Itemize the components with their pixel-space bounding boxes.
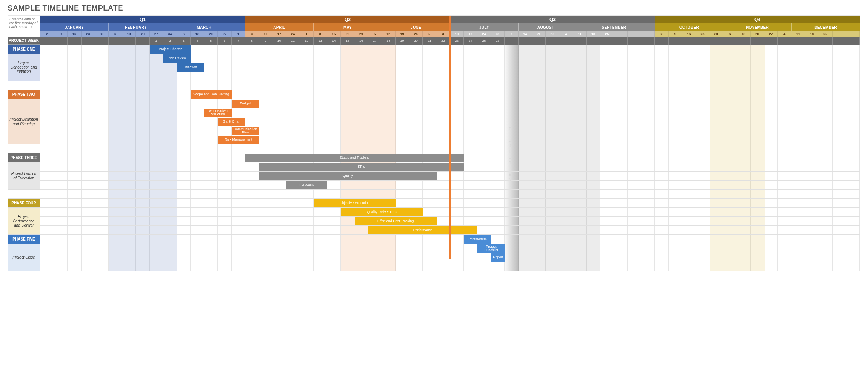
project-week-cell: [505, 37, 518, 45]
gantt-bar[interactable]: Budget: [232, 100, 259, 108]
project-week-cell: [40, 37, 54, 45]
week-cell: 14: [519, 31, 532, 37]
week-cell: 34: [163, 31, 177, 37]
gantt-bar[interactable]: Scope and Goal Setting: [191, 90, 232, 99]
week-cell: 10: [259, 31, 272, 37]
project-week-cell: [628, 37, 641, 45]
week-cell: 29: [354, 31, 368, 37]
project-week-cell: [532, 37, 546, 45]
week-cell: 10: [450, 31, 464, 37]
project-week-cell: [109, 37, 122, 45]
gantt-bar[interactable]: Quality Deliverables: [341, 208, 423, 216]
gantt-bar[interactable]: Communication Plan: [232, 127, 259, 135]
week-cell: 11: [791, 31, 805, 37]
project-week-cell: 1: [150, 37, 163, 45]
week-cell: 20: [204, 31, 218, 37]
project-week-cell: 5: [204, 37, 218, 45]
gantt-bar[interactable]: Risk Management: [218, 136, 259, 144]
gantt-bar[interactable]: Project Punchlist: [477, 244, 505, 253]
project-week-cell: [546, 37, 559, 45]
month-cell: OCTOBER: [655, 23, 723, 31]
project-week-cell: [764, 37, 778, 45]
week-cell: [641, 31, 655, 37]
week-cell: 9: [54, 31, 68, 37]
project-week-cell: [791, 37, 805, 45]
phase-header: PHASE THREE: [8, 153, 40, 162]
phase-header: PHASE FOUR: [8, 199, 40, 208]
gantt-bar[interactable]: Work Bkdwn Structure: [204, 109, 231, 117]
gantt-bar[interactable]: Quality: [259, 172, 437, 180]
phase-body: Project Close: [8, 244, 40, 271]
gantt-bar[interactable]: Project Charter: [150, 45, 191, 54]
week-cell: 25: [600, 31, 614, 37]
week-cell: 18: [587, 31, 600, 37]
project-week-cell: 26: [491, 37, 505, 45]
spacer: [8, 81, 40, 90]
gantt-bar[interactable]: Performance: [368, 226, 478, 234]
sidebar: Enter the date of the first Monday of ea…: [8, 16, 40, 271]
week-cell: 27: [218, 31, 231, 37]
week-cell: 27: [764, 31, 778, 37]
week-cell: 24: [477, 31, 491, 37]
project-week-cell: 22: [436, 37, 450, 45]
gantt-bar[interactable]: Effort and Cost Tracking: [355, 217, 437, 225]
week-cell: 4: [559, 31, 573, 37]
gantt-chart: Enter the date of the first Monday of ea…: [8, 15, 860, 271]
project-week-cell: [519, 37, 532, 45]
project-week-label: PROJECT WEEK: [8, 37, 40, 45]
week-cell: 5: [368, 31, 382, 37]
week-cell: 2: [655, 31, 668, 37]
week-cell: [628, 31, 641, 37]
week-cell: [614, 31, 628, 37]
month-cell: JUNE: [382, 23, 450, 31]
grid-row: [40, 262, 860, 271]
project-week-cell: [751, 37, 764, 45]
project-week-cell: [68, 37, 81, 45]
gantt-bar[interactable]: Report: [491, 253, 505, 262]
project-week-cell: 2: [163, 37, 177, 45]
project-week-cell: [655, 37, 668, 45]
month-cell: FEBRUARY: [109, 23, 163, 31]
week-cell: 6: [177, 31, 191, 37]
phase-body: Project Performance and Control: [8, 208, 40, 235]
project-week-cell: [122, 37, 136, 45]
project-week-cell: 6: [218, 37, 231, 45]
project-week-cell: 23: [450, 37, 464, 45]
week-cell: 2: [40, 31, 54, 37]
project-week-cell: 24: [464, 37, 477, 45]
gantt-bar[interactable]: Objective Execution: [314, 199, 396, 207]
week-cell: 13: [737, 31, 751, 37]
gantt-bar[interactable]: Forecasts: [286, 181, 328, 189]
week-cell: 8: [314, 31, 327, 37]
week-cell: 6: [109, 31, 122, 37]
week-cell: 11: [573, 31, 586, 37]
month-cell: NOVEMBER: [723, 23, 792, 31]
project-week-cell: 20: [409, 37, 423, 45]
week-cell: 27: [150, 31, 163, 37]
project-week-cell: [805, 37, 819, 45]
month-cell: MAY: [314, 23, 382, 31]
project-week-cell: 12: [300, 37, 314, 45]
project-week-cell: [573, 37, 586, 45]
project-week-cell: 11: [286, 37, 300, 45]
gantt-bar[interactable]: Postmortem: [464, 235, 491, 244]
week-cell: 17: [272, 31, 286, 37]
gantt-bar[interactable]: Plan Review: [163, 54, 191, 63]
phase-header: PHASE FIVE: [8, 235, 40, 244]
project-week-cell: 7: [232, 37, 245, 45]
quarter-cell: Q3: [450, 16, 655, 23]
week-cell: 12: [382, 31, 396, 37]
project-week-cell: 25: [477, 37, 491, 45]
gantt-bar[interactable]: Status and Tracking: [245, 154, 464, 162]
phase-header: PHASE TWO: [8, 90, 40, 99]
project-week-cell: 21: [423, 37, 436, 45]
gantt-bar[interactable]: Gantt Chart: [218, 118, 245, 126]
gantt-bar[interactable]: KPIs: [259, 163, 464, 171]
gantt-bar[interactable]: Initiation: [177, 63, 204, 72]
month-cell: DECEMBER: [792, 23, 860, 31]
project-week-cell: [682, 37, 696, 45]
project-week-cell: 8: [245, 37, 259, 45]
week-cell: 30: [709, 31, 723, 37]
month-cell: AUGUST: [519, 23, 573, 31]
week-cell: 1: [232, 31, 245, 37]
